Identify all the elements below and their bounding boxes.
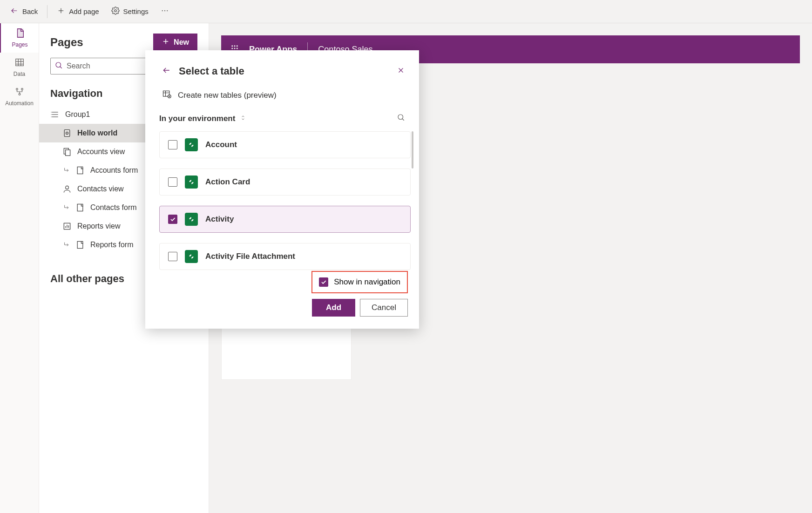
sort-icon[interactable] xyxy=(240,114,246,123)
add-page-button[interactable]: Add page xyxy=(51,4,104,19)
svg-point-30 xyxy=(398,115,403,120)
dataverse-icon xyxy=(185,176,198,189)
data-icon xyxy=(14,57,25,69)
search-icon[interactable] xyxy=(397,113,405,124)
show-in-navigation-row[interactable]: Show in navigation xyxy=(311,271,408,293)
back-arrow-icon xyxy=(10,7,19,16)
view-icon xyxy=(62,147,72,156)
subitem-arrow-icon xyxy=(62,166,72,175)
form-icon xyxy=(75,203,85,212)
svg-point-21 xyxy=(237,45,238,47)
svg-point-6 xyxy=(16,88,18,90)
nav-item-label: Accounts view xyxy=(77,148,125,156)
rail-pages[interactable]: Pages xyxy=(0,23,39,53)
pages-title: Pages xyxy=(50,36,83,49)
contacts-icon xyxy=(62,184,72,194)
add-page-label: Add page xyxy=(69,7,99,15)
table-plus-icon xyxy=(162,89,171,101)
svg-point-9 xyxy=(56,62,61,68)
table-name: Activity xyxy=(205,215,234,224)
top-toolbar: Back Add page Settings xyxy=(0,0,812,23)
modal-header: Select a table xyxy=(145,62,419,86)
left-rail: Pages Data Automation xyxy=(0,23,39,513)
add-button[interactable]: Add xyxy=(312,299,355,317)
form-icon xyxy=(75,166,85,175)
settings-label: Settings xyxy=(123,7,149,15)
nav-item-label: Contacts view xyxy=(77,185,124,193)
nav-item-label: Contacts form xyxy=(90,203,137,212)
nav-item-label: Accounts form xyxy=(90,166,138,175)
environment-header: In your environment xyxy=(145,109,419,131)
create-new-tables-link[interactable]: Create new tables (preview) xyxy=(145,86,419,109)
svg-rect-13 xyxy=(66,150,70,156)
pages-icon xyxy=(15,28,25,40)
new-label: New xyxy=(174,38,189,47)
rail-pages-label: Pages xyxy=(12,41,27,48)
table-item-action-card[interactable]: Action Card xyxy=(159,169,411,196)
checkbox[interactable] xyxy=(168,140,177,149)
toolbar-divider xyxy=(47,5,47,18)
table-list[interactable]: Account Action Card Activity xyxy=(145,131,419,271)
search-icon xyxy=(54,61,63,71)
close-icon[interactable] xyxy=(397,66,405,76)
new-button[interactable]: New xyxy=(153,34,197,51)
svg-point-15 xyxy=(66,186,69,189)
back-label: Back xyxy=(22,7,38,15)
checkbox[interactable] xyxy=(168,177,177,187)
svg-point-0 xyxy=(114,10,116,12)
env-label: In your environment xyxy=(159,114,235,123)
checkbox[interactable] xyxy=(168,252,177,261)
modal-footer: Show in navigation Add Cancel xyxy=(145,271,419,317)
svg-point-22 xyxy=(231,47,233,49)
nav-group1-label: Group1 xyxy=(65,110,90,119)
scrollbar-thumb[interactable] xyxy=(412,131,413,169)
automation-icon xyxy=(14,87,25,98)
svg-rect-18 xyxy=(77,242,83,249)
show-nav-label: Show in navigation xyxy=(334,277,400,287)
rail-automation-label: Automation xyxy=(5,100,34,107)
dataverse-icon xyxy=(185,138,198,151)
svg-rect-16 xyxy=(77,204,83,211)
svg-point-1 xyxy=(162,10,162,11)
svg-point-3 xyxy=(167,10,168,11)
subitem-arrow-icon xyxy=(62,203,72,212)
form-icon xyxy=(75,240,85,250)
rail-data[interactable]: Data xyxy=(0,53,39,82)
plus-icon xyxy=(57,7,65,16)
svg-point-20 xyxy=(234,45,236,47)
create-new-label: Create new tables (preview) xyxy=(178,91,277,100)
svg-point-23 xyxy=(234,47,236,49)
report-icon xyxy=(62,222,72,231)
svg-rect-10 xyxy=(64,130,70,137)
rail-data-label: Data xyxy=(14,71,25,77)
nav-item-label: Hello world xyxy=(77,129,117,137)
svg-point-24 xyxy=(237,47,238,49)
show-nav-checkbox[interactable] xyxy=(319,277,328,287)
custom-page-icon xyxy=(62,128,72,138)
dataverse-icon xyxy=(185,250,198,263)
cancel-button[interactable]: Cancel xyxy=(360,299,408,317)
dataverse-icon xyxy=(185,213,198,226)
table-name: Activity File Attachment xyxy=(205,252,295,261)
select-table-modal: Select a table Create new tables (previe… xyxy=(145,50,419,329)
nav-item-label: Reports form xyxy=(90,241,133,249)
svg-rect-14 xyxy=(77,167,83,174)
table-item-account[interactable]: Account xyxy=(159,131,411,158)
svg-point-7 xyxy=(21,88,23,90)
subitem-arrow-icon xyxy=(62,240,72,250)
gear-icon xyxy=(111,7,120,16)
rail-automation[interactable]: Automation xyxy=(0,82,39,111)
modal-title: Select a table xyxy=(179,65,244,77)
modal-back-icon[interactable] xyxy=(162,66,171,77)
table-item-activity-file-attachment[interactable]: Activity File Attachment xyxy=(159,243,411,270)
more-icon xyxy=(161,7,169,16)
checkbox[interactable] xyxy=(168,215,177,224)
more-button[interactable] xyxy=(155,4,175,19)
table-name: Account xyxy=(205,140,237,149)
table-item-activity[interactable]: Activity xyxy=(159,206,411,233)
settings-button[interactable]: Settings xyxy=(106,4,154,19)
svg-point-19 xyxy=(231,45,233,47)
svg-rect-5 xyxy=(15,59,23,66)
back-button[interactable]: Back xyxy=(5,4,43,19)
group-icon xyxy=(50,110,60,119)
